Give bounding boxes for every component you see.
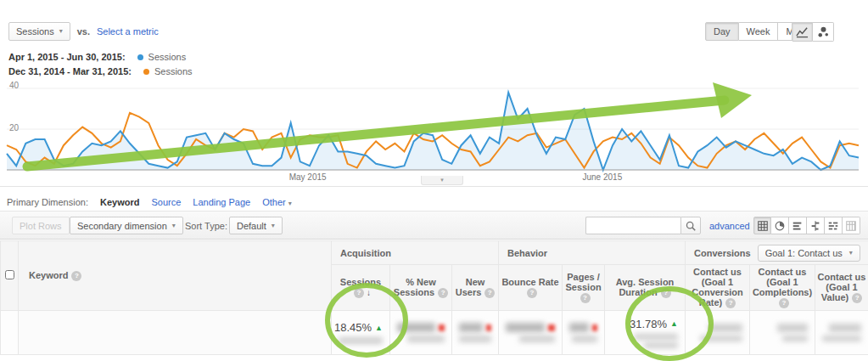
redacted-subvalue (459, 336, 491, 342)
goal-value-cell (815, 311, 868, 355)
select-all-cell (1, 241, 19, 311)
chevron-down-icon: ▾ (59, 28, 63, 35)
avg-session-duration-change-value: 31.78% (630, 318, 667, 330)
redacted-value (708, 324, 742, 332)
table-toolbar: Plot Rows Secondary dimension ▾ Sort Typ… (0, 211, 868, 240)
series-dot-blue (137, 54, 143, 60)
legend-previous-period: Dec 31, 2014 - Mar 31, 2015: Sessions (8, 66, 193, 76)
pct-new-sessions-column-header[interactable]: % New Sessions? (390, 265, 452, 311)
redacted-subvalue (782, 336, 808, 341)
help-icon[interactable]: ? (661, 288, 671, 298)
redacted-subvalue (822, 336, 861, 341)
sort-type-label: Sort Type: (185, 221, 227, 231)
redacted-value (506, 323, 545, 332)
pivot-icon (845, 220, 857, 232)
series-dot-orange (143, 69, 149, 75)
help-icon[interactable]: ? (484, 288, 495, 298)
sort-descending-icon: ↓ (367, 288, 371, 297)
down-arrow-icon (548, 324, 555, 331)
legend-current-period: Apr 1, 2015 - Jun 30, 2015: Sessions (8, 52, 186, 62)
sessions-change-value: 18.45% (334, 321, 372, 334)
vs-label: vs. (77, 26, 90, 37)
motion-chart-icon (817, 25, 830, 38)
new-users-cell (452, 311, 499, 355)
analytics-explorer-panel: Sessions ▾ vs. Select a metric Day Week … (0, 0, 868, 361)
help-icon[interactable]: ? (725, 298, 736, 308)
help-icon[interactable]: ? (71, 271, 81, 281)
redacted-subvalue (519, 336, 555, 342)
percentage-view-button[interactable] (771, 217, 789, 234)
chart-collapse-handle[interactable]: ▾ (421, 176, 463, 185)
search-input[interactable] (585, 217, 680, 234)
help-icon[interactable]: ? (852, 293, 862, 303)
granularity-day-button[interactable]: Day (705, 22, 739, 41)
redacted-subvalue (700, 336, 742, 341)
help-icon[interactable]: ? (580, 293, 591, 303)
redacted-value (569, 323, 589, 332)
line-chart-icon (796, 25, 809, 38)
pct-new-sessions-cell (390, 311, 452, 355)
secondary-dimension-dropdown[interactable]: Secondary dimension ▾ (70, 217, 183, 234)
redacted-subvalue (339, 337, 383, 344)
primary-dimension-row: Primary Dimension: Keyword Source Landin… (7, 197, 292, 207)
metric-picker-row: Sessions ▾ vs. Select a metric (8, 22, 159, 41)
help-icon[interactable]: ? (779, 298, 789, 308)
dimension-landing-page[interactable]: Landing Page (193, 197, 250, 207)
redacted-subvalue (644, 342, 678, 348)
advanced-search-link[interactable]: advanced (709, 221, 750, 231)
performance-view-button[interactable] (789, 217, 807, 234)
avg-session-duration-change-cell: 31.78%▲ (605, 311, 686, 355)
bounce-rate-column-header[interactable]: Bounce Rate? (499, 265, 563, 311)
goal-completions-cell (750, 311, 815, 355)
search-button[interactable] (680, 217, 701, 234)
keyword-cell (19, 311, 332, 355)
sessions-area-fill (7, 93, 859, 170)
sessions-change-cell: 18.45%▲ (332, 311, 390, 355)
help-icon[interactable]: ? (438, 288, 448, 298)
metric-dropdown[interactable]: Sessions ▾ (8, 22, 70, 41)
keyword-column-header[interactable]: Keyword? (19, 241, 332, 311)
help-icon[interactable]: ? (527, 288, 537, 298)
goal-completions-column-header[interactable]: Contact us (Goal 1 Completions)? (750, 265, 815, 311)
legend-current-metric: Sessions (148, 52, 187, 62)
select-metric-link[interactable]: Select a metric (97, 26, 159, 37)
sort-type-dropdown[interactable]: Default ▾ (229, 217, 283, 234)
table-view-icon (757, 220, 769, 232)
dimension-source[interactable]: Source (151, 197, 181, 207)
avg-session-duration-column-header[interactable]: Avg. Session Duration? (605, 265, 686, 311)
dimension-other[interactable]: Other ▾ (262, 197, 292, 207)
pivot-view-button[interactable] (843, 217, 860, 234)
new-users-column-header[interactable]: New Users? (452, 265, 499, 311)
granularity-week-button[interactable]: Week (739, 22, 779, 41)
legend-current-range: Apr 1, 2015 - Jun 30, 2015: (8, 52, 126, 62)
primary-dimension-label: Primary Dimension: (7, 197, 88, 207)
goal-conversion-rate-column-header[interactable]: Contact us (Goal 1 Conversion Rate)? (686, 265, 750, 311)
term-cloud-view-button[interactable] (825, 217, 843, 234)
sessions-column-header[interactable]: Sessions?↓ (332, 265, 390, 311)
down-arrow-icon (486, 324, 491, 331)
table-row: 18.45%▲ (1, 311, 868, 355)
table-view-button[interactable] (753, 217, 771, 234)
y-axis-tick-40: 40 (9, 81, 19, 90)
goal-selector-dropdown[interactable]: Goal 1: Contact us ▾ (758, 245, 860, 262)
search-icon (685, 220, 697, 232)
down-arrow-icon (439, 324, 445, 331)
bounce-rate-cell (499, 311, 563, 355)
timeseries-chart: 40 20 May 2015 June 2015 ▾ (0, 81, 868, 186)
line-chart-button[interactable] (792, 22, 813, 42)
chevron-down-icon: ▾ (272, 223, 275, 229)
motion-chart-button[interactable] (813, 22, 834, 42)
goal-value-column-header[interactable]: Contact us (Goal 1 Value)? (815, 265, 868, 311)
y-axis-tick-20: 20 (9, 123, 19, 133)
redacted-value (459, 323, 483, 332)
comparison-view-button[interactable] (807, 217, 825, 234)
select-all-checkbox[interactable] (5, 270, 14, 279)
help-icon[interactable]: ? (354, 288, 364, 298)
pages-session-cell (563, 311, 605, 355)
pages-session-column-header[interactable]: Pages / Session? (563, 265, 605, 311)
dimension-keyword[interactable]: Keyword (100, 197, 139, 207)
conversions-group-header: Conversions Goal 1: Contact us ▾ (686, 241, 868, 265)
redacted-value (397, 323, 435, 332)
chart-type-buttons (792, 22, 834, 42)
comparison-icon (809, 220, 821, 232)
